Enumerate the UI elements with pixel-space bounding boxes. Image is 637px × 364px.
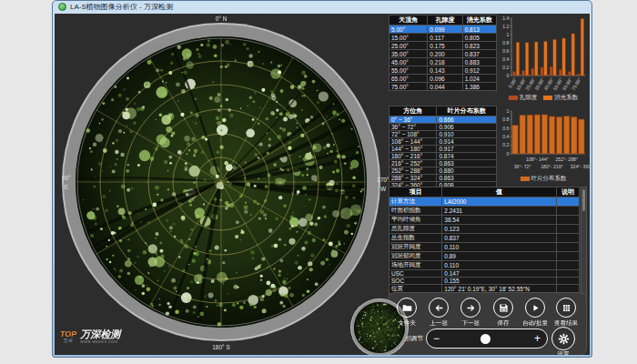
compass-north-label: 0° N	[198, 15, 244, 24]
table-cell: 0.89	[442, 252, 557, 261]
save-button[interactable]: 保存	[488, 298, 519, 328]
table-cell: SOC	[389, 278, 442, 285]
title-bar[interactable]: LA-S植物图像分析仪 - 万深检测	[53, 1, 592, 13]
button-label: 上一张	[423, 319, 454, 328]
column-header: 说明	[556, 187, 579, 197]
table-cell: 0.155	[442, 278, 557, 285]
table-cell: 0° ~ 36°	[389, 116, 437, 124]
table-row[interactable]: 144° ~ 180°0.917	[389, 146, 497, 153]
table-cell: 72° ~ 108°	[389, 131, 437, 138]
table-cell: 0.883	[462, 58, 496, 66]
settings-button[interactable]	[551, 327, 575, 350]
canopy-image[interactable]	[76, 36, 367, 328]
slider-plus-button[interactable]: +	[534, 333, 541, 344]
table-cell: 108° ~ 144°	[389, 138, 437, 146]
app-icon	[58, 3, 66, 11]
legend-swatch	[543, 96, 552, 100]
slider-knob[interactable]	[480, 334, 490, 344]
legend-swatch	[521, 177, 530, 181]
prev-button[interactable]: 上一张	[423, 298, 454, 328]
logo-sub: 万深	[60, 339, 76, 343]
table-row[interactable]: 计算方法LAI2000	[389, 197, 580, 207]
table-row[interactable]: 总孔隙度0.123	[389, 225, 580, 234]
table-cell: 216° ~ 252°	[389, 160, 437, 167]
svg-text:36°- 72°: 36°- 72°	[514, 164, 531, 169]
table-cell: 0.910	[437, 131, 497, 138]
table-row[interactable]: 平均叶倾角38.54	[389, 216, 580, 225]
column-header: 孔隙度	[428, 15, 462, 25]
table-row[interactable]: 叶面积指数2.2431	[389, 207, 580, 216]
main-content: 0° N 90° E 270° W 180° S TOP 万深 万深检测 www…	[55, 14, 590, 355]
table-row[interactable]: 丛生指数0.837	[389, 234, 580, 243]
table-cell: USC	[389, 270, 442, 278]
svg-text:1: 1	[507, 108, 510, 114]
table-cell: 0.863	[437, 175, 497, 182]
table-row[interactable]: 冠层郁闭度0.89	[389, 252, 580, 261]
table-row[interactable]: 288° ~ 324°0.863	[389, 175, 497, 182]
arrow-right-icon	[466, 303, 476, 313]
table-row[interactable]: 36° ~ 72°0.906	[389, 124, 497, 131]
compass-east-deg: 90°	[56, 174, 76, 183]
scrollbar-thumb[interactable]	[582, 189, 585, 211]
slider-minus-button[interactable]: −	[433, 333, 440, 344]
svg-text:0.6: 0.6	[502, 126, 509, 131]
table-row[interactable]: 冠层开阔度0.110	[389, 243, 580, 252]
table-cell: 2.2431	[442, 207, 557, 216]
table-row[interactable]: 15.00°0.1170.805	[389, 34, 497, 42]
table-row[interactable]: 35.00°0.2000.837	[389, 50, 497, 58]
table-cell: 38.54	[442, 216, 557, 225]
table-cell: 0.143	[428, 66, 462, 75]
table-row[interactable]: 55.00°0.1430.912	[389, 66, 497, 75]
table-cell: 0.175	[428, 42, 462, 50]
legend-item: 孔隙度	[509, 94, 538, 102]
table-cell: 0.200	[428, 50, 462, 58]
svg-text:0.2: 0.2	[502, 142, 509, 147]
table-row[interactable]: 25.00°0.1750.823	[389, 42, 497, 50]
table-cell: 0.837	[442, 234, 557, 243]
table-row[interactable]: 5.00°0.0990.813	[389, 25, 497, 34]
table-cell: 5.00°	[389, 25, 428, 34]
view-results-button[interactable]: 查看结果	[551, 298, 581, 328]
table-row[interactable]: 45.00°0.2180.883	[389, 58, 497, 66]
auto-batch-button[interactable]: 自动/批量	[520, 298, 551, 328]
zenith-angle-table: 天顶角孔隙度消光系数5.00°0.0990.81315.00°0.1170.80…	[389, 15, 497, 91]
button-label: 自动/批量	[520, 319, 551, 328]
table-row[interactable]: 216° ~ 252°0.863	[389, 160, 497, 167]
table-cell: 0.880	[437, 167, 497, 175]
table-row[interactable]: 72° ~ 108°0.910	[389, 131, 497, 138]
table-row[interactable]: 0° ~ 36°0.666	[389, 116, 497, 124]
legend-item: 叶片分布系数	[521, 175, 567, 183]
next-button[interactable]: 下一张	[455, 298, 486, 328]
brand-logo: TOP 万深 万深检测 www.wseen.com	[60, 329, 120, 344]
table-row[interactable]: 65.00°0.0961.024	[389, 75, 497, 83]
result-table-scrollbar[interactable]	[581, 187, 587, 303]
table-row[interactable]: 75.00°0.0441.386	[389, 83, 497, 91]
table-cell: 平均叶倾角	[389, 216, 442, 225]
table-row[interactable]: SOC0.155	[389, 278, 580, 285]
compass-south-label: 180° S	[200, 343, 242, 352]
folder-icon	[402, 303, 412, 313]
play-icon	[531, 303, 541, 313]
table-cell	[556, 270, 579, 278]
table-cell: 1.024	[462, 75, 496, 83]
table-row[interactable]: 场地开阔度0.110	[389, 261, 580, 270]
table-row[interactable]: 252° ~ 288°0.880	[389, 167, 497, 175]
svg-text:1.2: 1.2	[502, 24, 509, 29]
gear-icon	[558, 333, 570, 345]
table-cell: 180° ~ 216°	[389, 153, 437, 160]
svg-text:0.4: 0.4	[502, 56, 509, 62]
table-cell	[556, 261, 579, 270]
table-cell: 0.044	[428, 83, 462, 91]
folder-button[interactable]: 文件夹	[391, 298, 422, 328]
table-cell: 75.00°	[389, 83, 428, 91]
table-row[interactable]: USC0.147	[389, 270, 580, 278]
table-cell: 计算方法	[389, 197, 442, 207]
table-row[interactable]: 180° ~ 216°0.874	[389, 153, 497, 160]
table-cell	[556, 197, 579, 207]
segmentation-slider[interactable]: − +	[426, 329, 548, 349]
table-cell: 25.00°	[389, 42, 428, 50]
table-cell: 55.00°	[389, 66, 428, 75]
table-header-row: 方位角叶片分布系数	[389, 106, 497, 116]
table-row[interactable]: 108° ~ 144°0.914	[389, 138, 497, 146]
compass-east-label: 90° E	[56, 174, 76, 192]
